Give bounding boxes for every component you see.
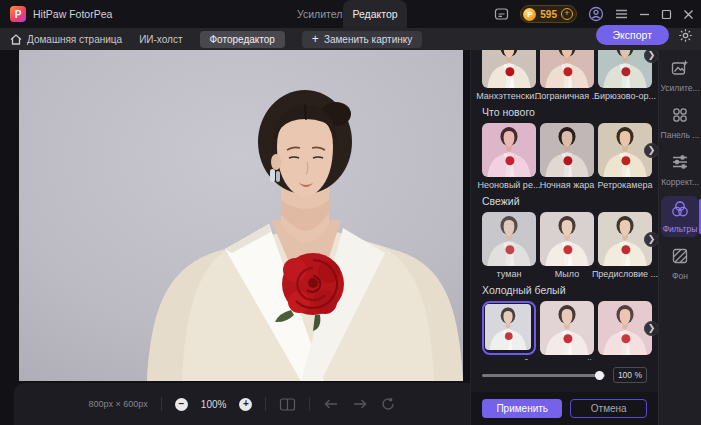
plus-icon: + [312, 34, 319, 44]
reset-icon[interactable] [381, 397, 395, 411]
minimize-icon[interactable] [639, 9, 650, 20]
menu-icon[interactable] [615, 9, 628, 19]
rail-item-label: Усилите... [660, 83, 699, 93]
redo-icon[interactable] [352, 398, 368, 410]
tab-amplifier[interactable]: Усилитель [297, 0, 348, 28]
filter-label: Предисловие ... [592, 270, 658, 279]
filter-thumbnail[interactable] [540, 212, 594, 266]
filter-label: Неоновый ре... [478, 181, 541, 190]
enhancer-icon [671, 59, 689, 81]
rail-item-label: Фон [672, 271, 688, 281]
image-size-label: 800px × 600px [89, 399, 148, 409]
photo-editor-tab[interactable]: Фоторедактор [200, 31, 285, 48]
filter-row: жемчужно-бе...прозрачныйПорошок ром...❯ [482, 301, 652, 360]
slider-handle[interactable] [595, 371, 604, 380]
filter-item: туман [482, 212, 536, 279]
row-scroll-right-icon[interactable]: ❯ [644, 321, 658, 336]
zoom-out-button[interactable]: − [175, 398, 188, 411]
filter-thumbnail[interactable] [482, 123, 536, 177]
filter-label: Порошок ром... [593, 359, 657, 360]
rail-item-adjust[interactable]: Коррект... [661, 149, 699, 190]
cancel-button[interactable]: Отмена [570, 399, 647, 418]
filter-section-title: Свежий [482, 196, 652, 207]
filter-item: Мыло [540, 212, 594, 279]
filters-panel: Манхэттенски...Пограничная ...Бирюзово-о… [470, 50, 658, 425]
rail-item-enhancer[interactable]: Усилите... [661, 55, 699, 96]
filter-label: Бирюзово-ор... [594, 92, 656, 101]
account-icon[interactable] [588, 6, 604, 22]
adjust-icon [671, 153, 689, 175]
export-button[interactable]: Экспорт [596, 25, 669, 45]
filter-item: прозрачный [540, 301, 594, 360]
replace-image-button[interactable]: + Заменить картинку [302, 31, 422, 48]
divider [265, 397, 266, 411]
rail-item-background[interactable]: Фон [661, 243, 699, 284]
filter-label: прозрачный [542, 359, 592, 360]
home-button[interactable]: Домашняя страница [10, 34, 122, 45]
coin-icon: P [523, 8, 536, 21]
background-icon [671, 247, 689, 269]
feedback-icon[interactable] [494, 7, 509, 21]
edited-photo[interactable] [19, 50, 463, 381]
zoom-level: 100% [201, 399, 227, 410]
compare-split-icon[interactable] [279, 397, 296, 412]
filter-sections: Манхэттенски...Пограничная ...Бирюзово-о… [471, 50, 658, 360]
rail-item-panel[interactable]: Панель ... [661, 102, 699, 143]
filter-thumbnail[interactable] [540, 301, 594, 355]
row-scroll-right-icon[interactable]: ❯ [644, 143, 658, 158]
close-icon[interactable] [683, 9, 694, 20]
rail-item-label: Панель ... [661, 130, 700, 140]
home-label: Домашняя страница [27, 34, 122, 45]
editor-toolbar: Домашняя страница ИИ-холст Фоторедактор … [0, 28, 701, 50]
filter-item: Ночная жара [540, 123, 594, 190]
filter-thumbnail[interactable] [540, 123, 594, 177]
filter-row: туманМылоПредисловие ...❯ [482, 212, 652, 279]
filter-thumbnail[interactable] [482, 212, 536, 266]
filter-label: жемчужно-бе... [477, 359, 540, 360]
add-credits-icon[interactable]: + [561, 8, 573, 20]
rail-item-label: Коррект... [661, 177, 699, 187]
maximize-icon[interactable] [661, 9, 672, 20]
filter-thumbnail-selected[interactable] [482, 301, 536, 355]
intensity-slider-row: 100 % [471, 360, 658, 392]
filter-item: жемчужно-бе... [482, 301, 536, 360]
app-title: HitPaw FotorPea [33, 8, 112, 20]
home-icon [10, 34, 22, 45]
undo-icon[interactable] [323, 398, 339, 410]
zoom-in-button[interactable]: + [239, 398, 252, 411]
settings-gear-icon[interactable] [678, 28, 693, 43]
filter-label: Ретрокамера [598, 181, 653, 190]
titlebar-right-controls: P 595 + [494, 0, 694, 28]
panel-icon [671, 106, 689, 128]
ai-canvas-button[interactable]: ИИ-холст [139, 34, 182, 45]
divider [161, 397, 162, 411]
tools-rail: Усилите...Панель ...Коррект...ФильтрыФон [658, 50, 701, 425]
filter-actions: Применить Отмена [471, 392, 658, 425]
divider [309, 397, 310, 411]
filter-item: Ретрокамера [598, 123, 652, 190]
rail-item-filters[interactable]: Фильтры [661, 196, 699, 237]
titlebar: P HitPaw FotorPea Усилитель Редактор P 5… [0, 0, 701, 28]
intensity-slider[interactable] [482, 374, 605, 377]
tab-editor[interactable]: Редактор [343, 0, 407, 28]
apply-button[interactable]: Применить [482, 399, 562, 418]
filter-thumbnail[interactable] [540, 50, 594, 88]
row-scroll-right-icon[interactable]: ❯ [644, 50, 658, 63]
filter-item: Неоновый ре... [482, 123, 536, 190]
filter-item: Предисловие ... [598, 212, 652, 279]
filter-label: Пограничная ... [535, 92, 599, 101]
filter-thumbnail[interactable] [482, 50, 536, 88]
intensity-value: 100 % [613, 367, 647, 383]
filters-icon [671, 200, 689, 222]
credits-badge[interactable]: P 595 + [520, 5, 577, 23]
filter-label: туман [497, 270, 522, 279]
filter-section-title: Что нового [482, 107, 652, 118]
filter-section-title: Холодный белый [482, 285, 652, 296]
toolbar-right: Экспорт [596, 25, 693, 45]
filter-item: Манхэттенски... [482, 50, 536, 101]
main-area: 800px × 600px − 100% + [0, 50, 701, 425]
canvas-bottom-bar: 800px × 600px − 100% + [14, 383, 470, 425]
ai-canvas-label: ИИ-холст [139, 34, 182, 45]
app-logo-icon: P [10, 6, 26, 22]
row-scroll-right-icon[interactable]: ❯ [644, 232, 658, 247]
